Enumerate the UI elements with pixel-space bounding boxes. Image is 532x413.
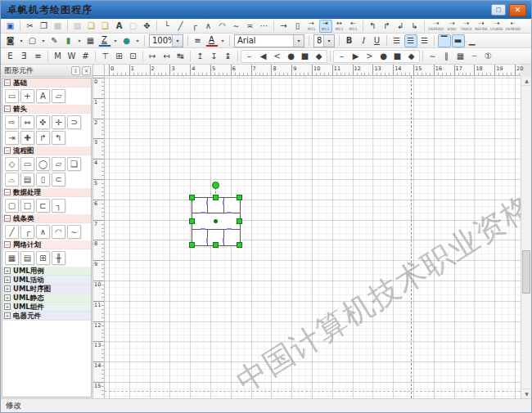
align-centers-button[interactable]: ⊞ xyxy=(113,50,126,63)
resize-handle-n[interactable] xyxy=(213,195,219,200)
arrow-bracket-button[interactable]: ▯ xyxy=(291,20,304,33)
bold-button[interactable]: B xyxy=(343,34,356,47)
section-header-basic[interactable]: −基础 xyxy=(2,79,91,88)
palette-close-button[interactable]: ✕ xyxy=(82,66,91,75)
section-header-electric[interactable]: +电器元件 xyxy=(2,312,91,321)
palette-item-arrow-tri[interactable]: ✛ xyxy=(52,115,65,129)
section-header-uml-static[interactable]: +UML静态 xyxy=(2,294,91,303)
align-right-button[interactable]: ☰ xyxy=(418,34,431,47)
selected-table-shape[interactable] xyxy=(192,197,241,246)
palette-item-np-link[interactable]: ╫ xyxy=(52,251,65,265)
palette-item-dp-stadium[interactable]: ▢ xyxy=(5,199,19,213)
palette-item-np-table-rows[interactable]: ▤ xyxy=(20,251,34,265)
section-header-uml-activity[interactable]: +UML活动 xyxy=(2,276,91,285)
shape-style-button[interactable]: ▢ xyxy=(26,34,39,47)
dep-depend-right-button[interactable]: ⇠DEPEND xyxy=(505,20,522,33)
scrollbar-thumb[interactable] xyxy=(522,250,530,294)
mirror-v-button[interactable]: W xyxy=(65,50,79,63)
line-color-button[interactable]: Z xyxy=(98,34,111,47)
dep-bind-button[interactable]: ⇢BIND xyxy=(445,20,458,33)
minimize-button[interactable]: ▢ xyxy=(491,4,506,16)
select-all-button[interactable]: ✥ xyxy=(141,20,154,33)
line-width-button[interactable]: ≡ xyxy=(192,34,205,47)
palette-item-arrow-corner-right[interactable]: ↱ xyxy=(36,131,50,145)
expand-icon[interactable]: + xyxy=(4,294,11,301)
palette-item-fc-document[interactable]: ▤ xyxy=(20,173,34,186)
table-grid-button[interactable]: ▦ xyxy=(454,50,467,63)
dotted-line-button[interactable]: ⋯ xyxy=(258,20,271,33)
cut-button[interactable]: ✂ xyxy=(24,20,37,33)
palette-item-line-straight[interactable]: ╱ xyxy=(5,225,19,239)
connector-elbow-button[interactable]: └ xyxy=(160,20,174,33)
end-arrow-dot-button[interactable]: ● xyxy=(377,50,390,63)
chevron-down-icon[interactable]: ▾ xyxy=(323,35,334,47)
valign-bottom-button[interactable]: ▁ xyxy=(466,34,479,47)
space-horizontal-1-button[interactable]: ↦ xyxy=(147,50,160,63)
resize-handle-sw[interactable] xyxy=(189,242,195,248)
dash-style-button[interactable]: ┄ xyxy=(468,50,481,63)
valign-top-button[interactable]: ▔ xyxy=(438,34,451,47)
section-header-arrows[interactable]: −箭头 xyxy=(2,105,91,114)
section-header-network-plan[interactable]: −网络计划 xyxy=(2,240,91,249)
align-center-button[interactable]: ☰ xyxy=(404,34,417,47)
align-bottom-edges-button[interactable]: ⊡ xyxy=(127,50,140,63)
palette-item-dp-step-line[interactable]: ┐ xyxy=(52,199,65,213)
arrow-m15-1-button[interactable]: →M15 xyxy=(305,20,318,33)
expand-icon[interactable]: + xyxy=(4,267,11,274)
bring-to-front-button[interactable]: ❏ xyxy=(85,20,98,33)
rotate-shape-button[interactable]: ≡ xyxy=(32,50,45,63)
resize-handle-s[interactable] xyxy=(213,242,219,248)
shape-style-dropdown-button[interactable]: ▾ xyxy=(40,34,47,47)
palette-item-fc-callout[interactable]: ❏ xyxy=(67,157,81,171)
palette-item-dp-square[interactable]: □ xyxy=(20,199,34,213)
wave-line-button[interactable]: ∼ xyxy=(426,50,440,63)
chevron-down-icon[interactable]: ▾ xyxy=(172,35,183,47)
corner-arrow-3-button[interactable]: ↲ xyxy=(394,20,408,33)
start-arrow-diamond-button[interactable]: ◆ xyxy=(313,50,326,63)
connector-step-button[interactable]: ┌ xyxy=(188,20,201,33)
align-top-edges-button[interactable]: ⊤ xyxy=(99,50,112,63)
underline-button[interactable]: U xyxy=(371,34,384,47)
copy-button[interactable]: ❐ xyxy=(38,20,51,33)
resize-handle-ne[interactable] xyxy=(237,195,242,200)
align-left-button[interactable]: ☰ xyxy=(390,34,404,47)
end-arrow-open-button[interactable]: > xyxy=(363,50,376,63)
fill-color-button[interactable]: ◙ xyxy=(4,34,17,47)
collapse-icon[interactable]: − xyxy=(4,241,11,248)
palette-item-fc-manual-op[interactable]: ⌓ xyxy=(5,173,19,186)
space-vertical-3-button[interactable]: ↨ xyxy=(222,50,235,63)
corner-arrow-2-button[interactable]: ↱ xyxy=(381,20,394,33)
font-color-button[interactable]: A xyxy=(205,34,219,47)
section-header-lines[interactable]: −线条类 xyxy=(2,214,91,223)
palette-item-arrow-cross[interactable]: ✚ xyxy=(20,131,34,145)
palette-item-arrow-callout[interactable]: ⇥ xyxy=(5,131,19,145)
palette-item-shape-text[interactable]: A xyxy=(36,89,50,103)
start-arrow-open-button[interactable]: < xyxy=(271,50,284,63)
palette-item-dp-bracket[interactable]: ⊏ xyxy=(36,199,50,213)
format-brush-button[interactable]: ✎ xyxy=(48,34,61,47)
arrow-m15-2-button[interactable]: ⇥M15 xyxy=(319,20,332,33)
palette-item-arrow-double[interactable]: ⇔ xyxy=(20,115,34,129)
palette-item-tool-move[interactable]: + xyxy=(20,89,34,103)
double-line-button[interactable]: ≍ xyxy=(244,20,257,33)
palette-item-shape-rect[interactable]: ▭ xyxy=(5,89,19,103)
expand-icon[interactable]: + xyxy=(4,312,11,319)
dep-depend-left-button[interactable]: ⇢DEPEND xyxy=(428,20,445,33)
palette-item-line-zigzag[interactable]: ∧ xyxy=(36,225,50,239)
arrow-m15-4-button[interactable]: ←M15 xyxy=(347,20,360,33)
space-horizontal-2-button[interactable]: ↤ xyxy=(160,50,174,63)
expand-icon[interactable]: + xyxy=(4,276,11,283)
drawing-canvas[interactable]: 中国计算机技术职业资格网 xyxy=(105,76,521,398)
start-arrow-none-button[interactable]: – xyxy=(243,50,256,63)
palette-item-line-step[interactable]: ┌ xyxy=(20,225,34,239)
send-to-back-button[interactable]: ❑ xyxy=(99,20,112,33)
save-button[interactable]: ▣ xyxy=(4,20,17,33)
palette-item-np-table[interactable]: ⊞ xyxy=(36,251,50,265)
mirror-h-button[interactable]: M xyxy=(52,50,65,63)
scroll-down-button[interactable]: ▼ xyxy=(521,388,532,398)
collapse-icon[interactable]: − xyxy=(4,215,11,222)
flip-horizontal-button[interactable]: E xyxy=(4,50,17,63)
font-color-dropdown-button[interactable]: ▾ xyxy=(219,34,227,47)
end-arrow-diamond-button[interactable]: ◆ xyxy=(405,50,418,63)
arrow-plain-button[interactable]: → xyxy=(277,20,291,33)
